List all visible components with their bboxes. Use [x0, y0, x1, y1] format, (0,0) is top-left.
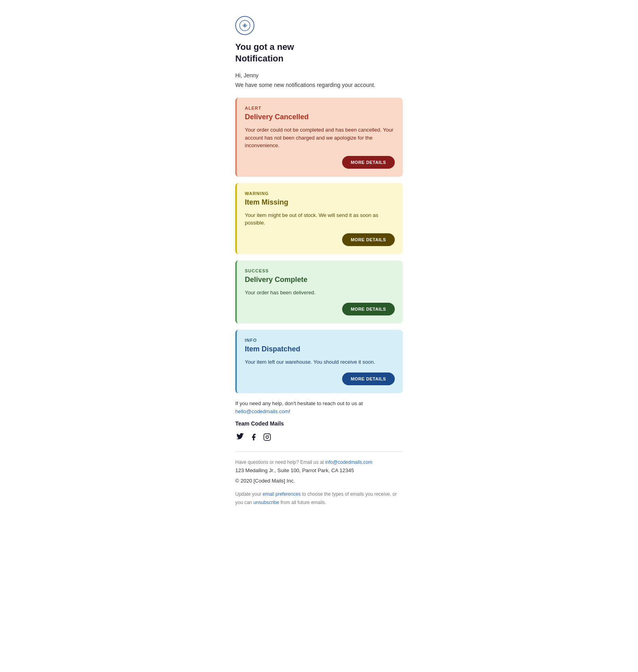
card-title-info: Item Dispatched — [245, 345, 395, 353]
card-title-alert: Delivery Cancelled — [245, 113, 395, 121]
card-footer-success: MORE DETAILS — [245, 303, 395, 315]
logo-wrapper — [235, 16, 403, 35]
facebook-icon[interactable] — [249, 432, 258, 442]
card-title-warning: Item Missing — [245, 198, 395, 207]
email-container: You got a new Notification Hi, Jenny We … — [235, 16, 403, 656]
more-details-success-button[interactable]: MORE DETAILS — [342, 303, 395, 315]
svg-point-2 — [244, 25, 246, 26]
questions-email-link[interactable]: info@codedmails.com — [325, 459, 372, 465]
notification-cards: ALERT Delivery Cancelled Your order coul… — [235, 98, 403, 393]
card-body-alert: Your order could not be completed and ha… — [245, 126, 395, 150]
intro-text: We have some new notifications regarding… — [235, 82, 403, 88]
footer-section: If you need any help, don't hesitate to … — [235, 400, 403, 506]
unsubscribe-link[interactable]: unsubscribe — [253, 500, 279, 505]
footer-copyright: © 2020 [Coded Mails] Inc. — [235, 477, 403, 485]
footer-questions: Have questions or need help? Email us at… — [235, 458, 403, 466]
svg-rect-3 — [264, 434, 271, 440]
card-footer-info: MORE DETAILS — [245, 372, 395, 385]
svg-point-5 — [269, 435, 270, 436]
footer-address: 123 Medalling Jr., Suite 100, Parrot Par… — [235, 466, 403, 475]
card-type-warning: WARNING — [245, 191, 395, 196]
twitter-icon[interactable] — [235, 432, 245, 442]
footer-preferences: Update your email preferences to choose … — [235, 490, 403, 506]
alert-card: ALERT Delivery Cancelled Your order coul… — [235, 98, 403, 177]
help-email-link[interactable]: hello@codedmails.com — [235, 408, 289, 414]
success-card: SUCCESS Delivery Complete Your order has… — [235, 260, 403, 324]
card-footer-alert: MORE DETAILS — [245, 156, 395, 169]
card-body-warning: Your item might be out of stock. We will… — [245, 211, 395, 227]
help-text: If you need any help, don't hesitate to … — [235, 400, 403, 416]
divider — [235, 451, 403, 452]
info-card: INFO Item Dispatched Your item left our … — [235, 330, 403, 393]
card-footer-warning: MORE DETAILS — [245, 233, 395, 246]
greeting-text: Hi, Jenny — [235, 72, 403, 79]
card-body-info: Your item left our warehouse. You should… — [245, 358, 395, 366]
email-title: You got a new Notification — [235, 41, 403, 64]
team-name: Team Coded Mails — [235, 419, 403, 428]
card-type-info: INFO — [245, 338, 395, 343]
social-icons — [235, 432, 403, 442]
email-preferences-link[interactable]: email preferences — [263, 491, 301, 497]
instagram-icon[interactable] — [262, 432, 272, 442]
card-type-success: SUCCESS — [245, 268, 395, 273]
logo-icon — [235, 16, 254, 35]
more-details-info-button[interactable]: MORE DETAILS — [342, 372, 395, 385]
more-details-warning-button[interactable]: MORE DETAILS — [342, 233, 395, 246]
footer-bottom: Have questions or need help? Email us at… — [235, 458, 403, 506]
more-details-alert-button[interactable]: MORE DETAILS — [342, 156, 395, 169]
card-title-success: Delivery Complete — [245, 276, 395, 284]
card-type-alert: ALERT — [245, 106, 395, 110]
card-body-success: Your order has been delivered. — [245, 289, 395, 297]
svg-point-4 — [266, 436, 269, 438]
warning-card: WARNING Item Missing Your item might be … — [235, 183, 403, 254]
